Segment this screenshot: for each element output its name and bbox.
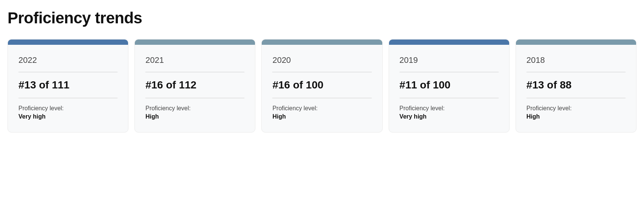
card-rank-2021: #16 of 112: [145, 79, 244, 91]
page-title: Proficiency trends: [8, 9, 636, 27]
card-top-bar-2021: [135, 40, 255, 45]
card-proficiency-label-2020: Proficiency level:: [272, 105, 371, 112]
proficiency-card-2018: 2018 #13 of 88 Proficiency level: High: [516, 39, 636, 132]
card-divider-bottom-2019: [400, 98, 499, 98]
proficiency-card-2019: 2019 #11 of 100 Proficiency level: Very …: [389, 39, 510, 132]
card-divider-bottom-2022: [18, 98, 118, 98]
card-divider-top-2022: [18, 72, 118, 72]
proficiency-card-2020: 2020 #16 of 100 Proficiency level: High: [261, 39, 382, 132]
card-rank-2018: #13 of 88: [526, 79, 626, 91]
card-divider-bottom-2020: [272, 98, 371, 98]
proficiency-card-2022: 2022 #13 of 111 Proficiency level: Very …: [8, 39, 128, 132]
card-proficiency-value-2019: Very high: [400, 113, 499, 120]
card-year-2019: 2019: [400, 55, 499, 65]
card-year-2022: 2022: [18, 55, 118, 65]
card-divider-top-2020: [272, 72, 371, 72]
card-divider-bottom-2018: [526, 98, 626, 98]
card-proficiency-value-2018: High: [526, 113, 626, 120]
card-proficiency-value-2021: High: [145, 113, 244, 120]
card-rank-2020: #16 of 100: [272, 79, 371, 91]
card-divider-top-2021: [145, 72, 244, 72]
card-year-2018: 2018: [526, 55, 626, 65]
card-top-bar-2022: [8, 40, 128, 45]
card-year-2021: 2021: [145, 55, 244, 65]
card-proficiency-label-2021: Proficiency level:: [145, 105, 244, 112]
card-rank-2022: #13 of 111: [18, 79, 118, 91]
card-top-bar-2018: [516, 40, 636, 45]
proficiency-cards-container: 2022 #13 of 111 Proficiency level: Very …: [8, 39, 636, 132]
card-proficiency-value-2022: Very high: [18, 113, 118, 120]
proficiency-card-2021: 2021 #16 of 112 Proficiency level: High: [134, 39, 255, 132]
card-year-2020: 2020: [272, 55, 371, 65]
card-divider-bottom-2021: [145, 98, 244, 98]
card-proficiency-label-2018: Proficiency level:: [526, 105, 626, 112]
card-proficiency-value-2020: High: [272, 113, 371, 120]
card-divider-top-2018: [526, 72, 626, 72]
card-proficiency-label-2019: Proficiency level:: [400, 105, 499, 112]
card-divider-top-2019: [400, 72, 499, 72]
card-proficiency-label-2022: Proficiency level:: [18, 105, 118, 112]
card-top-bar-2020: [262, 40, 382, 45]
card-top-bar-2019: [389, 40, 509, 45]
card-rank-2019: #11 of 100: [400, 79, 499, 91]
